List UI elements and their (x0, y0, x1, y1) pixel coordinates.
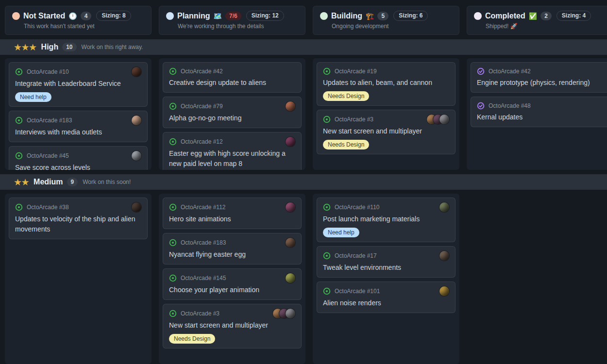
issue-title: Easter egg with high score unlocking a n… (169, 149, 295, 169)
column-lane-panel: OctoArcade #112 Hero site animations Oct… (159, 194, 305, 364)
issue-card[interactable]: OctoArcade #17 Tweak level environments (317, 246, 455, 278)
issue-label: Need help (15, 92, 51, 102)
assignee-avatars (286, 238, 295, 248)
issue-repo-number: OctoArcade #10 (27, 68, 128, 75)
column-header: Completed ✅ 2 Sizing: 4 Shipped! 🚀 (467, 6, 607, 35)
column-lane-panel: OctoArcade #42 Creative design update to… (159, 58, 305, 170)
issue-card-top: OctoArcade #12 (169, 137, 295, 147)
issue-title: Save score across levels (15, 163, 141, 170)
issue-card-top: OctoArcade #38 (15, 202, 141, 212)
issue-card[interactable]: OctoArcade #45 Save score across levels (9, 146, 148, 170)
column-header-top: Not Started 🕛 4 Sizing: 8 (12, 11, 145, 21)
issue-repo-number: OctoArcade #79 (181, 103, 282, 110)
issue-card[interactable]: OctoArcade #3 New start screen and multi… (163, 304, 302, 348)
issue-card[interactable]: OctoArcade #112 Hero site animations (163, 198, 302, 229)
swimlane-count-badge: 10 (62, 43, 76, 51)
column-count-badge: 2 (540, 12, 552, 20)
issue-card[interactable]: OctoArcade #19 Updates to alien, beam, a… (317, 62, 455, 106)
issue-labels: Need help (323, 228, 449, 237)
assignee-avatar (132, 202, 141, 212)
issue-labels: Needs Design (323, 140, 449, 149)
issue-card-top: OctoArcade #3 (323, 115, 449, 124)
assignee-avatar (439, 286, 449, 296)
issue-title: Interviews with media outlets (15, 127, 141, 137)
priority-stars-icon: ★★★ (14, 43, 36, 52)
issue-title: Updates to velocity of the ship and alie… (15, 214, 141, 234)
issue-card[interactable]: OctoArcade #183 Nyancat flying easter eg… (163, 233, 302, 265)
column-sizing-pill: Sizing: 4 (556, 11, 591, 21)
issue-card[interactable]: OctoArcade #42 Engine prototype (physics… (471, 62, 607, 93)
issue-state-icon (323, 67, 331, 75)
assignee-avatars (439, 202, 449, 212)
column-count-badge: 4 (81, 12, 92, 20)
issue-card[interactable]: OctoArcade #38 Updates to velocity of th… (9, 198, 148, 239)
issue-labels: Needs Design (323, 91, 449, 101)
column-description: Shipped! 🚀 (486, 23, 607, 30)
issue-title: Alpha go-no-go meeting (169, 113, 295, 123)
issue-repo-number: OctoArcade #48 (489, 102, 599, 109)
issue-state-icon (477, 102, 485, 110)
issue-title: Creative design update to aliens (169, 78, 295, 88)
issue-title: Alien noise renders (323, 298, 449, 308)
project-board: Not Started 🕛 4 Sizing: 8 This work hasn… (0, 0, 607, 364)
issue-state-icon (323, 287, 331, 295)
issue-repo-number: OctoArcade #3 (335, 116, 423, 123)
issue-repo-number: OctoArcade #45 (27, 152, 128, 159)
issue-repo-number: OctoArcade #17 (335, 252, 436, 259)
issue-card[interactable]: OctoArcade #79 Alpha go-no-go meeting (163, 97, 302, 128)
column-header-top: Planning 🗺️ 7/6 Sizing: 12 (166, 11, 299, 21)
column-header: Planning 🗺️ 7/6 Sizing: 12 We're working… (159, 6, 305, 35)
swimlane-header[interactable]: ★★★ High 10 Work on this right away. (0, 39, 607, 55)
issue-card[interactable]: OctoArcade #48 Kernal updates (471, 97, 607, 127)
issue-repo-number: OctoArcade #183 (181, 239, 282, 246)
column-description: We're working through the details (178, 23, 299, 30)
issue-card[interactable]: OctoArcade #10 Integrate with Leaderboar… (9, 62, 148, 107)
swimlane-header[interactable]: ★★ Medium 9 Work on this soon! (0, 174, 607, 190)
issue-state-icon (169, 67, 177, 75)
issue-card-top: OctoArcade #183 (15, 116, 141, 125)
assignee-avatars (427, 115, 449, 124)
issue-card[interactable]: OctoArcade #110 Post launch marketing ma… (317, 198, 455, 242)
column-status-dot-icon (474, 12, 482, 20)
column-header: Not Started 🕛 4 Sizing: 8 This work hasn… (5, 6, 152, 35)
column-status-dot-icon (166, 12, 174, 20)
priority-stars-icon: ★★ (14, 178, 29, 187)
issue-card-top: OctoArcade #19 (323, 67, 449, 76)
column-lane-panel: OctoArcade #110 Post launch marketing ma… (313, 194, 459, 364)
issue-card-top: OctoArcade #48 (477, 101, 603, 110)
issue-state-icon (15, 203, 23, 211)
column-lane-empty-slot (467, 194, 607, 364)
issue-card[interactable]: OctoArcade #42 Creative design update to… (163, 62, 302, 93)
column-status-dot-icon (12, 12, 20, 20)
issue-card[interactable]: OctoArcade #183 Interviews with media ou… (9, 111, 148, 142)
issue-label: Needs Design (323, 91, 369, 101)
issue-card[interactable]: OctoArcade #12 Easter egg with high scor… (163, 132, 302, 170)
assignee-avatar (286, 202, 295, 212)
issue-repo-number: OctoArcade #19 (335, 68, 445, 75)
column-lane-panel: OctoArcade #42 Engine prototype (physics… (467, 58, 607, 170)
issue-card-top: OctoArcade #101 (323, 286, 449, 296)
swimlane-description: Work on this right away. (82, 44, 143, 50)
issue-card[interactable]: OctoArcade #3 New start screen and multi… (317, 110, 455, 154)
assignee-avatar (286, 137, 295, 147)
column-description: Ongoing development (332, 23, 453, 30)
assignee-avatars (286, 202, 295, 212)
issue-card[interactable]: OctoArcade #101 Alien noise renders (317, 281, 455, 313)
column-emoji-icon: ✅ (529, 13, 537, 19)
assignee-avatar (132, 67, 141, 77)
assignee-avatar (286, 309, 295, 318)
issue-repo-number: OctoArcade #38 (27, 204, 128, 211)
issue-state-icon (323, 252, 331, 260)
issue-state-icon (15, 152, 23, 160)
issue-card-top: OctoArcade #45 (15, 151, 141, 161)
issue-card[interactable]: OctoArcade #145 Choose your player anima… (163, 268, 302, 300)
issue-state-icon (169, 102, 177, 110)
issue-state-icon (15, 68, 23, 76)
issue-repo-number: OctoArcade #112 (181, 204, 282, 211)
column-lane-panel: OctoArcade #10 Integrate with Leaderboar… (5, 58, 152, 170)
issue-title: Kernal updates (477, 112, 603, 122)
column-description: This work hasn't started yet (24, 23, 145, 30)
issue-repo-number: OctoArcade #101 (335, 288, 436, 295)
issue-title: Nyancat flying easter egg (169, 249, 295, 260)
assignee-avatars (286, 273, 295, 283)
